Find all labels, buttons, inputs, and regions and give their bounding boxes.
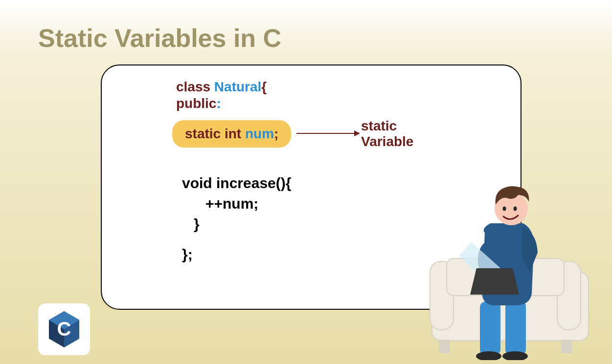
annotation-static-variable: static Variable (361, 118, 413, 150)
keyword-class: class (176, 79, 214, 94)
spacer (182, 235, 291, 244)
code-line-public: public: (176, 96, 221, 111)
svg-rect-9 (561, 340, 572, 353)
arrow-icon (296, 133, 360, 134)
keyword-static-int: static int (185, 126, 245, 141)
svg-point-20 (521, 209, 527, 216)
svg-text:C: C (57, 318, 71, 340)
svg-rect-10 (480, 301, 500, 355)
svg-point-18 (503, 207, 506, 211)
fn-signature: void increase(){ (182, 173, 291, 193)
highlight-static-var: static int num; (172, 120, 291, 148)
colon: : (216, 96, 221, 111)
code-line-class: class Natural{ (176, 79, 267, 95)
brace-open: { (261, 79, 267, 94)
annotation-line1: static (361, 118, 413, 134)
arrow-line (296, 133, 354, 134)
var-name: num (245, 126, 274, 141)
class-name: Natural (214, 79, 261, 94)
svg-rect-16 (476, 268, 513, 273)
fn-body: ++num; (182, 193, 291, 214)
svg-rect-11 (505, 300, 526, 355)
arrow-head-icon (354, 130, 360, 136)
keyword-public: public (176, 96, 216, 111)
semicolon: ; (274, 126, 278, 141)
page-title: Static Variables in C (38, 23, 281, 53)
annotation-line2: Variable (361, 134, 413, 150)
c-hexagon-icon: C (47, 310, 81, 348)
fn-close-brace: } (182, 214, 291, 235)
person-illustration-icon (417, 174, 593, 360)
code-function-block: void increase(){ ++num; } }; (182, 173, 291, 265)
svg-point-19 (514, 207, 517, 211)
class-close-brace: }; (182, 244, 291, 265)
c-logo-icon: C (38, 303, 90, 355)
svg-rect-8 (439, 340, 450, 353)
